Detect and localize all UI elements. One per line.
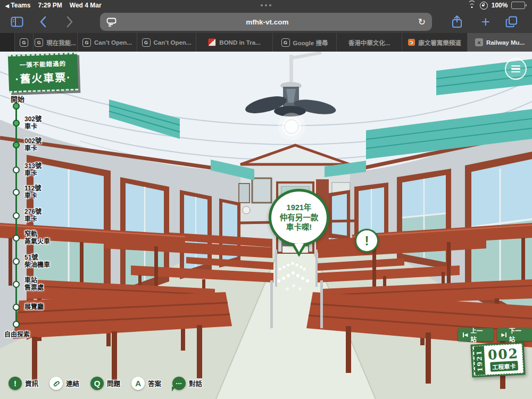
bubble-line2: 仲有另一款 xyxy=(280,213,319,223)
url-text: mfhk-vt.com xyxy=(117,18,418,26)
prev-station-button[interactable]: ◀ 上一站 xyxy=(458,328,494,341)
timeline-dot-302[interactable] xyxy=(13,120,20,127)
battery-percent: 100% xyxy=(492,2,508,9)
forward-icon[interactable] xyxy=(66,16,73,28)
google-favicon: G xyxy=(142,38,151,47)
title-line2: ·舊火車票· xyxy=(12,69,75,86)
timeline-stop-label[interactable]: 002號 車卡 xyxy=(24,137,41,153)
timeline-stop-label[interactable]: 276號 車卡 xyxy=(24,208,41,223)
timeline-stop-label[interactable]: 自由探索 xyxy=(4,331,30,338)
next-station-button[interactable]: ▶ 下一站 xyxy=(497,328,532,341)
reload-icon[interactable]: ↻ xyxy=(418,16,426,28)
tour-timeline: 開始 302號 車卡 002號 車卡 313號 車卡 112號 車卡 276號 … xyxy=(13,96,77,346)
timeline-dot-gallery[interactable] xyxy=(13,304,20,311)
questions-button[interactable]: Q 問題 xyxy=(90,377,120,390)
google-favicon: G xyxy=(35,38,43,47)
google-favicon: G xyxy=(20,38,28,47)
current-stop-ticket-badge: 1921 002 工程車卡 xyxy=(470,342,525,377)
bubble-line1: 1921年 xyxy=(287,203,312,213)
timeline-dot-start[interactable] xyxy=(13,103,20,110)
speech-bubble-hotspot[interactable]: 1921年 仲有另一款 車卡㗎! xyxy=(269,189,329,246)
timeline-dot-313[interactable] xyxy=(13,167,20,173)
answers-button[interactable]: A 答案 xyxy=(131,377,161,390)
orientation-lock-icon xyxy=(480,2,488,10)
close-tab-icon[interactable]: × xyxy=(475,38,483,46)
timeline-dot-ticket-office[interactable] xyxy=(13,281,20,288)
chat-dots-icon: ••• xyxy=(172,377,186,390)
ticket-name: 工程車卡 xyxy=(490,361,518,372)
timeline-stop-label[interactable]: 窄軌 蒸氣火車 xyxy=(24,230,50,246)
back-to-app-link[interactable]: ◀ Teams xyxy=(5,2,30,9)
ticket-year: 1921 xyxy=(473,346,486,375)
timeline-stop-label[interactable]: 51號 柴油機車 xyxy=(24,254,50,269)
back-triangle-icon: ◀ xyxy=(5,3,9,9)
wifi-icon xyxy=(468,3,476,9)
tab-edge xyxy=(0,33,14,52)
tab-4[interactable]: BOND in Tra... xyxy=(196,33,272,52)
prev-icon: ◀ xyxy=(463,332,468,337)
alert-hotspot-button[interactable]: ! xyxy=(355,229,379,253)
info-button[interactable]: ! 資訊 xyxy=(9,377,38,390)
tab-6[interactable]: 香港中華文化... xyxy=(336,33,402,52)
link-icon xyxy=(49,377,63,390)
timeline-dot-free-explore[interactable] xyxy=(13,321,20,328)
multitask-dots-icon xyxy=(261,4,271,6)
timeline-stop-label[interactable]: 302號 車卡 xyxy=(24,115,41,131)
next-icon: ▶ xyxy=(502,332,506,337)
status-date: Wed 4 Mar xyxy=(70,2,102,9)
google-favicon: G xyxy=(281,38,290,47)
title-line1: 一張不能錯過的 xyxy=(11,59,74,69)
tab-1[interactable]: G現在我能... xyxy=(33,33,77,52)
tab-overview-icon[interactable] xyxy=(505,15,518,28)
tab-bar: G G現在我能... GCan’t Open... GCan’t Open...… xyxy=(0,33,532,52)
new-tab-icon[interactable]: + xyxy=(478,14,494,30)
tab-7[interactable]: 康文署寓樂頻道 xyxy=(402,33,467,52)
tab-0[interactable]: G xyxy=(14,33,33,52)
train-carriage-panorama xyxy=(0,52,532,399)
address-bar[interactable]: mfhk-vt.com ↻ xyxy=(100,13,432,31)
share-icon[interactable] xyxy=(451,15,463,29)
station-nav: ◀ 上一站 ▶ 下一站 xyxy=(458,328,532,341)
safari-toolbar: mfhk-vt.com ↻ + xyxy=(0,11,532,33)
timeline-stop-label[interactable]: 車站 售票處 xyxy=(24,277,44,292)
question-icon: Q xyxy=(90,377,104,390)
tab-2[interactable]: GCan’t Open... xyxy=(77,33,137,52)
timeline-dot-112[interactable] xyxy=(13,189,20,196)
answer-icon: A xyxy=(131,377,145,390)
menu-button[interactable] xyxy=(505,58,527,80)
google-favicon: G xyxy=(82,38,91,47)
timeline-stop-label[interactable]: 313號 車卡 xyxy=(24,162,41,178)
battery-icon xyxy=(511,2,527,10)
panorama-viewport[interactable]: 一張不能錯過的 ·舊火車票· 開始 302號 車卡 002號 車卡 313號 車… xyxy=(0,52,532,399)
links-button[interactable]: 連結 xyxy=(49,377,79,390)
status-time: 7:29 PM xyxy=(38,2,62,9)
info-icon: ! xyxy=(9,377,22,390)
timeline-dot-002[interactable] xyxy=(13,142,20,148)
shield-favicon xyxy=(208,38,216,46)
ticket-number: 002 xyxy=(487,347,519,362)
tab-5[interactable]: GGoogle 搜尋 xyxy=(272,33,336,52)
tab-3[interactable]: GCan’t Open... xyxy=(137,33,196,52)
timeline-start-label: 開始 xyxy=(11,94,24,104)
page-settings-icon[interactable] xyxy=(106,18,117,27)
sidebar-icon[interactable] xyxy=(11,16,23,27)
exclamation-icon: ! xyxy=(365,234,369,248)
lcsd-favicon xyxy=(408,39,415,46)
tab-8-active[interactable]: ×Railway Mu... xyxy=(467,33,532,52)
back-icon[interactable] xyxy=(39,16,47,28)
timeline-dot-narrow-gauge[interactable] xyxy=(13,235,20,242)
bubble-tail xyxy=(292,244,306,257)
timeline-dot-51[interactable] xyxy=(13,258,20,265)
bubble-line3: 車卡㗎! xyxy=(286,222,312,232)
tour-toolbar: ! 資訊 連結 Q 問題 A 答案 ••• 對話 xyxy=(9,377,202,390)
status-bar: ◀ Teams 7:29 PM Wed 4 Mar 100% xyxy=(0,0,532,11)
timeline-dot-276[interactable] xyxy=(13,212,20,219)
timeline-stop-label[interactable]: 展覽廳 xyxy=(24,303,44,311)
ipad-screen: ◀ Teams 7:29 PM Wed 4 Mar 100% xyxy=(0,0,532,399)
hamburger-icon xyxy=(511,65,520,66)
chat-button[interactable]: ••• 對話 xyxy=(172,377,202,390)
timeline-stop-label[interactable]: 112號 車卡 xyxy=(24,185,41,200)
tour-title-badge: 一張不能錯過的 ·舊火車票· xyxy=(8,53,78,93)
